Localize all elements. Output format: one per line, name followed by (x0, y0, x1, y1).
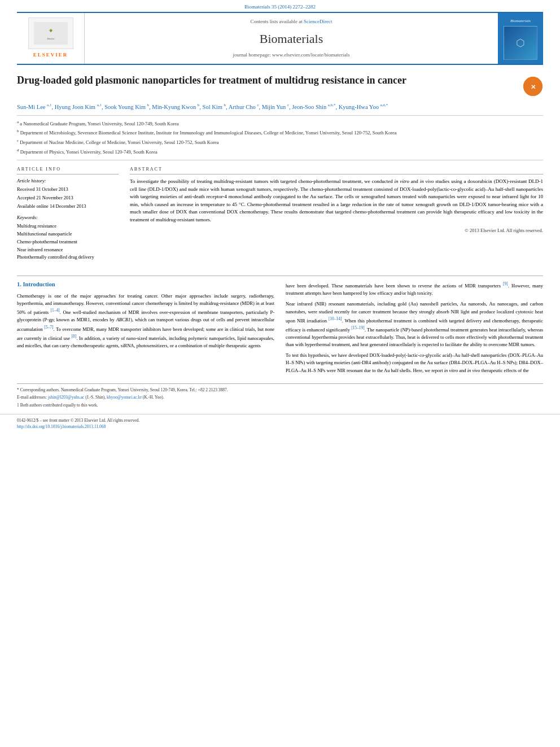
cover-label: Biomaterials (508, 16, 533, 27)
history-label: Article history: (17, 178, 119, 185)
crossmark-icon[interactable]: ✕ (523, 77, 542, 96)
intro-heading: 1. Introduction (17, 281, 274, 289)
article-title-block: Drug-loaded gold plasmonic nanoparticles… (17, 74, 543, 97)
abstract-label: ABSTRACT (130, 166, 543, 174)
email-shin[interactable]: jshin@l203@yuhs.ac (48, 395, 84, 400)
svg-text:🌳: 🌳 (49, 29, 53, 33)
intro-right-text-2: Near infrared (NIR) resonant nanomateria… (286, 300, 543, 348)
affil-a: a a Nanomedical Graduate Program, Yonsei… (17, 119, 543, 128)
svg-text:✕: ✕ (531, 84, 536, 90)
section-divider (17, 276, 543, 276)
intro-right-text-3: To test this hypothesis, we have develop… (286, 352, 543, 374)
info-abstract-cols: ARTICLE INFO Article history: Received 3… (17, 166, 543, 262)
affiliations-block: a a Nanomedical Graduate Program, Yonsei… (17, 115, 543, 160)
doi-link[interactable]: http://dx.doi.org/10.1016/j.biomaterials… (17, 424, 106, 429)
journal-cover: Biomaterials ⬡ (498, 13, 543, 64)
journal-center-header: Contents lists available at ScienceDirec… (85, 13, 498, 64)
keyword-5: Photothermally controlled drug delivery (17, 254, 119, 261)
bottom-bar: 0142-9612/$ – see front matter © 2013 El… (0, 414, 560, 433)
keyword-3: Chemo-photothermal treatment (17, 239, 119, 246)
keyword-4: Near infrared resonance (17, 247, 119, 254)
accepted-date: Accepted 21 November 2013 (17, 195, 119, 202)
cover-image: ⬡ (504, 26, 537, 60)
article-content: Drug-loaded gold plasmonic nanoparticles… (0, 65, 560, 272)
affil-c: c Department of Nuclear Medicine, Colleg… (17, 138, 543, 146)
equal-contrib-note: 1 Both authors contributed equally to th… (17, 403, 543, 409)
abstract-paragraph: To investigate the possibility of treati… (130, 178, 543, 224)
keyword-2: Multifunctional nanoparticle (17, 231, 119, 238)
authors-line: Sun-Mi Lee a,1, Hyung Joon Kim a,1, Sook… (17, 102, 543, 112)
footer-section: * Corresponding authors. Nanomedical Gra… (17, 383, 543, 409)
email-yoo[interactable]: khyoo@yonsei.ac.kr (107, 395, 142, 400)
keyword-1: Multidrug resistance (17, 223, 119, 230)
journal-header: 🌳 Elsevier ELSEVIER Contents lists avail… (17, 12, 543, 65)
svg-rect-0 (34, 22, 68, 45)
article-info-label: ARTICLE INFO (17, 166, 119, 174)
journal-ref-text: Biomaterials 35 (2014) 2272–2282 (244, 4, 316, 10)
history-label-text: Article history: (17, 178, 46, 184)
keywords-label: Keywords: (17, 215, 119, 221)
journal-reference: Biomaterials 35 (2014) 2272–2282 (0, 0, 560, 12)
elsevier-logo: 🌳 Elsevier ELSEVIER (17, 13, 85, 64)
svg-text:Elsevier: Elsevier (47, 37, 55, 40)
elsevier-label: ELSEVIER (33, 51, 68, 59)
corresponding-note: * Corresponding authors. Nanomedical Gra… (17, 387, 543, 394)
doi-line: http://dx.doi.org/10.1016/j.biomaterials… (17, 424, 543, 430)
received-date: Received 31 October 2013 (17, 186, 119, 193)
contents-line: Contents lists available at ScienceDirec… (251, 18, 333, 25)
crossmark-svg: ✕ (523, 77, 542, 96)
intro-left-text: Chemotherapy is one of the major approac… (17, 292, 274, 350)
abstract-text: To investigate the possibility of treati… (130, 178, 543, 234)
issn-line: 0142-9612/$ – see front matter © 2013 El… (17, 418, 543, 424)
available-date: Available online 14 December 2013 (17, 203, 119, 210)
sciencedirect-link[interactable]: ScienceDirect (304, 19, 332, 24)
email-line: E-mail addresses: jshin@l203@yuhs.ac (J.… (17, 395, 543, 401)
elsevier-tree-icon: 🌳 Elsevier (31, 19, 71, 47)
keywords-block: Keywords: Multidrug resistance Multifunc… (17, 215, 119, 261)
abstract-col: ABSTRACT To investigate the possibility … (130, 166, 543, 262)
copyright-text: © 2013 Elsevier Ltd. All rights reserved… (130, 227, 543, 234)
article-title-text: Drug-loaded gold plasmonic nanoparticles… (17, 74, 523, 87)
main-right-col: have been developed. These nanomaterials… (286, 281, 543, 377)
intro-right-text-1: have been developed. These nanomaterials… (286, 281, 543, 297)
article-info-col: ARTICLE INFO Article history: Received 3… (17, 166, 119, 262)
crossmark-block[interactable]: ✕ (523, 76, 543, 97)
journal-title: Biomaterials (260, 30, 323, 48)
affil-d: d Department of Physics, Yonsei Universi… (17, 147, 543, 156)
journal-homepage: journal homepage: www.elsevier.com/locat… (233, 51, 350, 59)
page: Biomaterials 35 (2014) 2272–2282 🌳 Elsev… (0, 0, 560, 433)
affil-b: b Department of Microbiology, Severance … (17, 128, 543, 137)
main-body: 1. Introduction Chemotherapy is one of t… (17, 281, 543, 377)
main-left-col: 1. Introduction Chemotherapy is one of t… (17, 281, 274, 377)
